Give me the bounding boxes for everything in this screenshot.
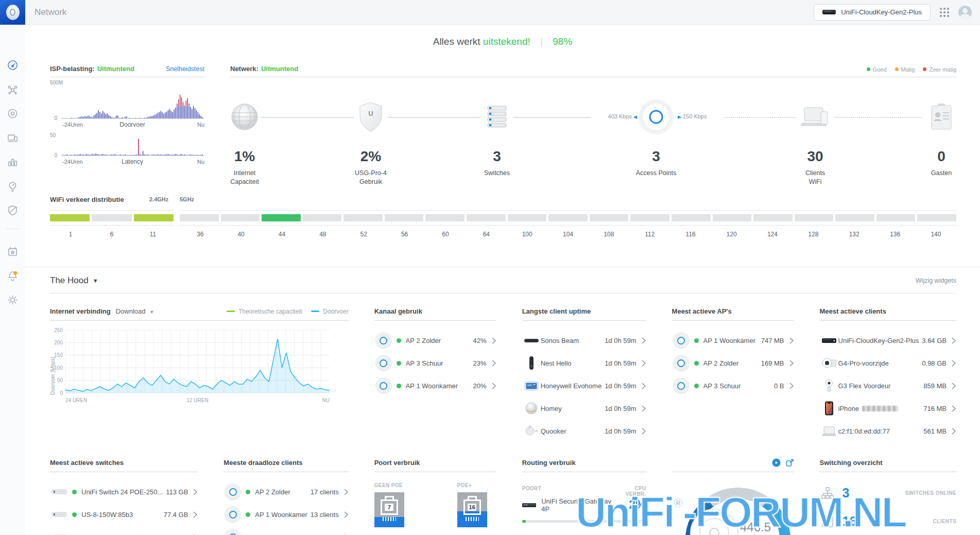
list-item-nest-hello[interactable]: Nest Hello1d 0h 59m	[522, 352, 646, 374]
port-tile-geen-poe[interactable]: GEEN POE7	[374, 482, 404, 527]
legend-item: Doorvoer	[311, 308, 348, 315]
list-item-ap-1-woonkamer[interactable]: AP 1 Woonkamer20%	[374, 374, 496, 397]
access-point-icon	[225, 484, 241, 500]
row-value: 42%	[473, 337, 487, 344]
topology-node-globe[interactable]: 1%InternetCapaciteit	[198, 99, 291, 186]
list-item-ap-1-woonkamer[interactable]: AP 1 Woonkamer747 MB	[672, 329, 794, 352]
wifi-channel-1[interactable]	[50, 214, 90, 221]
list-item-ap-3-schuur[interactable]: AP 3 Schuur0 clients	[223, 526, 348, 535]
list-item-us-8-150w-85b3[interactable]: US-8-150W:85b377.4 GB	[50, 503, 198, 526]
wifi-channel-128[interactable]	[795, 214, 834, 221]
redacted-name	[862, 406, 898, 411]
node-label: Switches	[451, 169, 543, 178]
direction-dropdown[interactable]: Download ▼	[116, 307, 154, 315]
wifi-channel-104[interactable]	[548, 214, 588, 221]
sidebar-item-clients[interactable]	[0, 129, 25, 146]
sidebar-item-insights[interactable]	[0, 177, 25, 195]
wifi-channel-48[interactable]	[303, 214, 342, 221]
edit-widgets-link[interactable]: Wijzig widgets	[916, 277, 956, 284]
wifi-channel-100[interactable]	[508, 214, 547, 221]
row-value: 747 MB	[761, 337, 784, 344]
row-value: 561 MB	[923, 427, 947, 435]
wifi-channel-36[interactable]	[180, 214, 219, 221]
access-point-icon	[375, 377, 392, 394]
sidebar-item-alerts[interactable]	[0, 267, 25, 284]
sidebar-item-topology[interactable]	[0, 80, 25, 98]
list-item-quooker[interactable]: Quooker1d 0h 59m	[522, 420, 646, 442]
wifi-channel-116[interactable]	[672, 214, 711, 221]
wifi-channel-44[interactable]	[262, 214, 301, 221]
open-external-icon[interactable]	[786, 459, 794, 467]
list-item-unifi-switch-24-poe-250-[interactable]: UniFi Switch 24 POE-250...113 GB	[50, 480, 198, 503]
unifi-logo[interactable]	[0, 0, 25, 25]
wifi-channel-64[interactable]	[467, 214, 506, 221]
list-item-ap-2-zolder[interactable]: AP 2 Zolder169 MB	[672, 352, 794, 374]
user-avatar[interactable]	[958, 6, 972, 19]
section-divider	[25, 267, 980, 267]
controller-selector[interactable]: UniFi-CloudKey-Gen2-Plus	[814, 4, 931, 21]
wifi-channel-52[interactable]	[343, 214, 383, 221]
switch-stack-icon	[451, 99, 543, 135]
wifi-channel-6[interactable]	[92, 214, 131, 221]
sidebar-item-dashboard[interactable]	[0, 56, 25, 74]
list-item-c2-f1-0d-ed-dd-77[interactable]: c2:f1:0d:ed:dd:77561 MB	[820, 420, 956, 442]
doorbell-camera-icon	[524, 355, 539, 371]
site-selector[interactable]: The Hood ▼	[50, 275, 98, 286]
settings-icon	[7, 294, 19, 306]
list-item-g3-flex-voordeur[interactable]: G3 Flex Voordeur859 MB	[820, 374, 956, 397]
list-item-homey[interactable]: Homey1d 0h 59m	[522, 397, 646, 420]
wifi-channel-11[interactable]	[134, 214, 174, 221]
usg-device-icon	[522, 503, 537, 507]
list-item-ap-2-zolder[interactable]: AP 2 Zolder42%	[374, 329, 496, 352]
controller-name: UniFi-CloudKey-Gen2-Plus	[841, 8, 922, 16]
topology-node-access-point[interactable]: 3Access Points	[610, 99, 702, 178]
wifi-channel-56[interactable]	[385, 214, 424, 221]
list-item-iphone[interactable]: iPhone716 MB	[820, 397, 956, 420]
row-value: 1d 0h 59m	[605, 405, 636, 412]
play-circle-icon[interactable]	[772, 458, 781, 467]
wifi-channel-124[interactable]	[753, 214, 793, 221]
list-item-ap-3-schuur[interactable]: AP 3 Schuur23%	[374, 352, 496, 374]
topology-node-switch-stack[interactable]: 3Switches	[451, 99, 543, 178]
speedtest-link[interactable]: Snelheidstest	[166, 65, 204, 73]
list-item-sonos-beam[interactable]: Sonos Beam1d 0h 59m	[522, 329, 646, 352]
list-item-unifi-switch-24[interactable]: UniFi Switch 245.44 GB	[50, 526, 198, 535]
list-item-honeywell-evohome[interactable]: Honeywell Evohome1d 0h 59m	[522, 374, 646, 397]
topology-node-guests-badge[interactable]: 0Gasten	[895, 99, 980, 178]
list-item-unifi-cloudkey-gen2-plus[interactable]: UniFi-CloudKey-Gen2-Plus3.64 GB	[820, 329, 956, 352]
widget-longest-uptime: Langste client uptime Sonos Beam1d 0h 59…	[522, 307, 646, 436]
row-name: UniFi Switch 24 POE-250...	[81, 488, 163, 496]
wifi-channel-60[interactable]	[425, 214, 465, 221]
wifi-channel-112[interactable]	[630, 214, 669, 221]
wifi-channel-136[interactable]	[876, 214, 916, 221]
chevron-right-icon	[642, 428, 646, 435]
sidebar-item-devices[interactable]	[0, 105, 25, 122]
legend-label: Goed	[873, 66, 887, 73]
channel-label: 52	[343, 231, 384, 238]
list-item-ap-2-zolder[interactable]: AP 2 Zolder17 clients	[223, 480, 348, 503]
list-item-ap-1-woonkamer[interactable]: AP 1 Woonkamer13 clients	[223, 503, 348, 526]
topology-node-gateway-shield[interactable]: U2%USG-Pro-4Gebruik	[324, 99, 417, 186]
apps-grid-icon[interactable]	[940, 8, 949, 17]
switch-icon	[51, 507, 67, 522]
wifi-channel-40[interactable]	[221, 214, 260, 221]
wifi-channel-120[interactable]	[713, 214, 752, 221]
wifi-channel-132[interactable]	[835, 214, 874, 221]
list-item-g4-pro-voorzijde[interactable]: G4-Pro-voorzijde0.98 GB	[820, 352, 956, 374]
row-name: UniFi Switch 24	[81, 533, 161, 535]
sidebar-item-settings[interactable]	[0, 291, 25, 308]
sidebar-item-statistics[interactable]	[0, 153, 25, 170]
port-tile-poe-[interactable]: POE+16	[457, 482, 487, 527]
widget-most-active-switches: Meest actieve switches UniFi Switch 24 P…	[50, 458, 198, 535]
list-item-ap-3-schuur[interactable]: AP 3 Schuur0 B	[672, 374, 794, 397]
access-point-icon	[375, 332, 392, 349]
topology-node-wifi-clients[interactable]: 30ClientsWiFi	[769, 99, 862, 186]
wifi-channel-108[interactable]	[590, 214, 629, 221]
row-name: AP 3 Schuur	[703, 382, 771, 390]
isp-title: ISP-belasting:	[50, 65, 95, 73]
sidebar-item-events[interactable]	[0, 243, 25, 260]
wifi-channel-140[interactable]	[917, 214, 956, 221]
sonos-speaker-icon	[524, 333, 539, 348]
sidebar-item-threats[interactable]	[0, 201, 25, 219]
row-value: 3.64 GB	[922, 337, 947, 344]
